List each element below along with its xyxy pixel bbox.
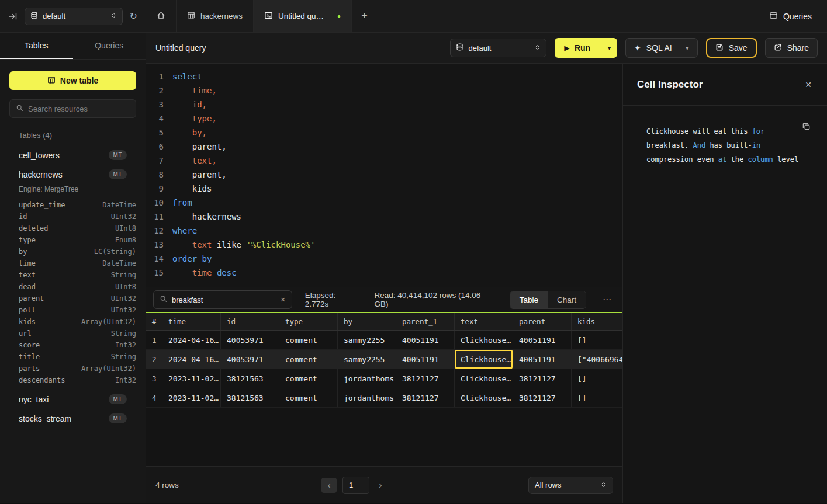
column-header-time[interactable]: time: [162, 313, 221, 330]
table-cell[interactable]: []: [572, 331, 622, 349]
code-line[interactable]: id,: [172, 98, 315, 112]
table-cell[interactable]: comment: [279, 388, 338, 407]
table-cell[interactable]: 40051191: [396, 331, 455, 349]
new-tab-button[interactable]: +: [352, 0, 377, 32]
table-cell[interactable]: 38121127: [396, 369, 455, 388]
new-table-button[interactable]: New table: [9, 71, 136, 90]
code-line[interactable]: where: [172, 224, 315, 238]
share-button[interactable]: Share: [765, 38, 818, 58]
table-cell[interactable]: []: [572, 369, 622, 388]
table-cell[interactable]: Clickhouse…: [455, 331, 513, 349]
table-cell[interactable]: 2023-11-02…: [162, 369, 221, 388]
column-row[interactable]: deadUInt8: [9, 281, 136, 293]
queries-button[interactable]: Queries: [769, 11, 812, 22]
column-header-parent[interactable]: parent: [513, 313, 572, 330]
chart-view-button[interactable]: Chart: [548, 291, 586, 308]
results-search[interactable]: ✕: [153, 290, 292, 309]
code-line[interactable]: select: [172, 69, 315, 84]
table-view-button[interactable]: Table: [510, 291, 548, 308]
prev-page-button[interactable]: ‹: [321, 478, 337, 493]
column-header-parent_1[interactable]: parent_1: [396, 313, 455, 330]
column-row[interactable]: urlString: [9, 328, 136, 339]
table-cell[interactable]: 2024-04-16…: [162, 350, 221, 369]
rows-per-page-selector[interactable]: All rows: [528, 477, 613, 494]
code-line[interactable]: hackernews: [172, 210, 315, 224]
table-cell[interactable]: Clickhouse…: [455, 369, 513, 388]
column-row[interactable]: parentUInt32: [9, 293, 136, 304]
run-button[interactable]: ▶ Run ▾: [555, 38, 617, 58]
table-cell[interactable]: comment: [279, 350, 338, 369]
table-row[interactable]: 12024-04-16…40053971commentsammy22554005…: [146, 331, 622, 350]
table-cell[interactable]: comment: [279, 331, 338, 349]
column-header-rownum[interactable]: #: [146, 313, 162, 330]
results-search-input[interactable]: [172, 296, 276, 304]
column-header-by[interactable]: by: [338, 313, 396, 330]
table-cell[interactable]: comment: [279, 369, 338, 388]
column-row[interactable]: partsArray(UInt32): [9, 363, 136, 374]
code-line[interactable]: text,: [172, 154, 315, 168]
sidebar-tab-queries[interactable]: Queries: [73, 33, 146, 59]
column-row[interactable]: timeDateTime: [9, 258, 136, 269]
copy-icon[interactable]: [802, 122, 811, 133]
column-header-type[interactable]: type: [279, 313, 338, 330]
more-options-icon[interactable]: ⋯: [603, 294, 612, 305]
table-cell[interactable]: 38121127: [513, 369, 572, 388]
table-row[interactable]: 22024-04-16…40053971commentsammy22554005…: [146, 350, 622, 369]
row-number-cell[interactable]: 3: [146, 369, 162, 388]
table-cell[interactable]: sammy2255: [338, 331, 396, 349]
sql-ai-button[interactable]: ✦ SQL AI ▾: [625, 38, 698, 58]
clear-search-icon[interactable]: ✕: [281, 296, 286, 304]
row-number-cell[interactable]: 4: [146, 388, 162, 407]
table-cell[interactable]: 38121563: [221, 369, 279, 388]
column-row[interactable]: update_timeDateTime: [9, 199, 136, 211]
sql-editor[interactable]: 123456789101112131415 select time, id, t…: [146, 64, 622, 287]
code-line[interactable]: time desc: [172, 266, 315, 280]
collapse-sidebar-icon[interactable]: [8, 12, 18, 21]
column-row[interactable]: byLC(String): [9, 246, 136, 258]
table-cell[interactable]: 38121127: [513, 388, 572, 407]
table-cell[interactable]: 40053971: [221, 350, 279, 369]
table-row[interactable]: 32023-11-02…38121563commentjordanthoms38…: [146, 369, 622, 388]
table-cell[interactable]: jordanthoms: [338, 369, 396, 388]
table-cell[interactable]: 38121127: [396, 388, 455, 407]
code-line[interactable]: text ilike '%ClickHouse%': [172, 238, 315, 252]
table-cell[interactable]: 40051191: [396, 350, 455, 369]
table-cell[interactable]: 40053971: [221, 331, 279, 349]
tab-hackernews[interactable]: hackernews: [177, 0, 254, 32]
column-row[interactable]: typeEnum8: [9, 234, 136, 246]
column-row[interactable]: kidsArray(UInt32): [9, 316, 136, 328]
code-line[interactable]: parent,: [172, 168, 315, 182]
column-header-text[interactable]: text: [455, 313, 513, 330]
column-row[interactable]: pollUInt32: [9, 304, 136, 316]
column-header-id[interactable]: id: [221, 313, 279, 330]
code-line[interactable]: by,: [172, 126, 315, 140]
code-line[interactable]: time,: [172, 84, 315, 98]
save-button[interactable]: Save: [706, 38, 757, 58]
table-cell[interactable]: Clickhouse…: [455, 388, 513, 407]
column-header-kids[interactable]: kids: [572, 313, 622, 330]
table-cell[interactable]: 2023-11-02…: [162, 388, 221, 407]
database-selector[interactable]: default: [25, 8, 123, 25]
sidebar-table-hackernews[interactable]: hackernewsMT: [9, 165, 136, 184]
run-options-caret[interactable]: ▾: [601, 38, 617, 58]
column-row[interactable]: idUInt32: [9, 211, 136, 223]
column-row[interactable]: scoreInt32: [9, 339, 136, 351]
sidebar-search[interactable]: [9, 99, 136, 118]
code-line[interactable]: type,: [172, 112, 315, 126]
sidebar-table-nyc_taxi[interactable]: nyc_taxiMT: [9, 390, 136, 409]
column-row[interactable]: textString: [9, 269, 136, 281]
tab-untitled-query[interactable]: Untitled qu… ●: [254, 0, 352, 32]
close-inspector-icon[interactable]: ✕: [805, 80, 812, 89]
code-line[interactable]: kids: [172, 182, 315, 196]
code-line[interactable]: from: [172, 196, 315, 210]
sql-ai-caret[interactable]: ▾: [686, 44, 689, 52]
search-input[interactable]: [28, 105, 130, 113]
table-cell[interactable]: 40051191: [513, 350, 572, 369]
sidebar-table-cell_towers[interactable]: cell_towersMT: [9, 145, 136, 165]
column-row[interactable]: deletedUInt8: [9, 223, 136, 234]
table-cell[interactable]: 2024-04-16…: [162, 331, 221, 349]
table-cell[interactable]: sammy2255: [338, 350, 396, 369]
table-cell[interactable]: 38121563: [221, 388, 279, 407]
run-button-main[interactable]: ▶ Run: [555, 38, 601, 58]
sidebar-table-stocks_stream[interactable]: stocks_streamMT: [9, 409, 136, 428]
